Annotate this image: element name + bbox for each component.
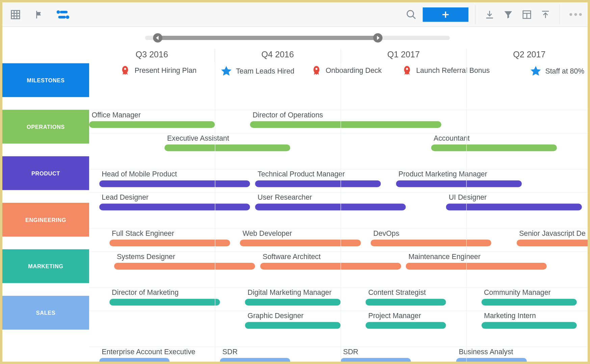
milestone-label: Launch Referral Bonus	[416, 67, 490, 75]
roadmap-bar	[240, 240, 361, 246]
roadmap-item[interactable]: Content Strategist	[366, 289, 446, 306]
roadmap-bar	[255, 180, 381, 187]
milestone-item[interactable]: Launch Referral Bonus	[401, 65, 490, 77]
roadmap-bar	[250, 121, 441, 128]
roadmap-item[interactable]: User Researcher	[255, 194, 406, 211]
roadmap-item-label: Enterprise Account Executive	[102, 348, 170, 356]
roadmap-item[interactable]: Project Manager	[366, 312, 446, 329]
roadmap-bar	[517, 240, 590, 246]
quarter-header: Q1 2017	[340, 49, 466, 63]
roadmap-item[interactable]: Graphic Designer	[245, 312, 341, 329]
flag-icon[interactable]	[32, 7, 47, 22]
time-range-slider[interactable]	[145, 36, 450, 40]
lane-header-milestones[interactable]: MILESTONES	[2, 63, 89, 97]
roadmap-bar	[260, 263, 401, 270]
roadmap-item[interactable]: Maintenance Engineer	[406, 253, 547, 270]
milestone-label: Team Leads Hired	[236, 67, 294, 76]
roadmap-item[interactable]: Marketing Intern	[481, 312, 577, 329]
svg-point-17	[315, 68, 317, 70]
roadmap-item[interactable]: Enterprise Account Executive	[99, 348, 170, 364]
milestone-item[interactable]: Staff at 80%	[529, 65, 584, 78]
roadmap-item[interactable]: Senior Javascript De	[517, 229, 590, 246]
roadmap-item[interactable]: Accountant	[431, 134, 557, 151]
svg-point-5	[56, 10, 60, 13]
roadmap-item-label: Community Manager	[484, 289, 577, 297]
milestone-label: Staff at 80%	[545, 67, 584, 76]
roadmap-item[interactable]: Executive Assistant	[164, 134, 290, 151]
roadmap-item-label: Director of Marketing	[112, 289, 220, 297]
roadmap-item[interactable]: Software Architect	[260, 253, 401, 270]
more-menu-icon[interactable]: •••	[567, 8, 586, 20]
roadmap-item[interactable]: Director of Operations	[250, 111, 441, 128]
roadmap-item[interactable]: Head of Mobile Product	[99, 170, 250, 187]
lane-header-engineering[interactable]: ENGINEERING	[2, 203, 89, 236]
lane-header-marketing[interactable]: MARKETING	[2, 249, 89, 283]
add-button[interactable]	[422, 7, 468, 22]
lane-header-product[interactable]: PRODUCT	[2, 156, 89, 190]
lane-row: Enterprise Account ExecutiveSDRSDRBusine…	[89, 346, 590, 364]
toolbar-separator	[475, 5, 476, 24]
svg-point-7	[66, 15, 69, 19]
svg-rect-6	[60, 10, 68, 13]
roadmap-item[interactable]: Office Manager	[89, 111, 215, 128]
lane-header-operations[interactable]: OPERATIONS	[2, 110, 89, 143]
milestone-item[interactable]: Team Leads Hired	[220, 65, 294, 78]
roadmap-item[interactable]: Web Developer	[240, 229, 361, 246]
roadmap-item[interactable]: Digital Marketing Manager	[245, 289, 341, 306]
quarter-header: Q4 2016	[214, 49, 340, 63]
roadmap-item-label: Senior Javascript De	[519, 229, 590, 238]
grid-line	[340, 49, 341, 364]
toolbar-separator	[559, 5, 560, 24]
milestone-item[interactable]: Onboarding Deck	[310, 65, 382, 77]
roadmap-item[interactable]: SDR	[340, 348, 411, 364]
roadmap-bar	[220, 358, 290, 364]
roadmap-bar	[340, 358, 411, 364]
roadmap-item[interactable]: Director of Marketing	[109, 289, 220, 306]
milestone-label: Onboarding Deck	[326, 67, 382, 75]
svg-rect-8	[58, 16, 66, 18]
roadmap-item[interactable]: DevOps	[371, 229, 491, 246]
roadmap-item-label: Digital Marketing Manager	[248, 289, 340, 297]
roadmap-bar	[456, 358, 527, 364]
roadmap-bar	[245, 322, 341, 329]
slider-handle-right[interactable]	[373, 33, 382, 43]
roadmap-item[interactable]: Business Analyst	[456, 348, 527, 364]
roadmap-bar	[109, 299, 220, 306]
search-icon[interactable]	[404, 7, 418, 22]
milestone-label: Present Hiring Plan	[134, 67, 197, 75]
roadmap-item-label: Director of Operations	[253, 111, 441, 119]
lane-row: Systems DesignerSoftware ArchitectMainte…	[89, 251, 590, 275]
roadmap-item[interactable]: Lead Designer	[99, 194, 250, 211]
download-icon[interactable]	[482, 7, 497, 22]
roadmap-view-icon[interactable]	[56, 7, 70, 22]
grid-line	[215, 49, 215, 364]
roadmap-bar	[99, 358, 170, 364]
roadmap-bar	[366, 322, 446, 329]
roadmap-item-label: Web Developer	[242, 229, 361, 238]
lane-row: Lead DesignerUser ResearcherUI Designer	[89, 192, 590, 216]
roadmap-item-label: Full Stack Engineer	[112, 229, 230, 238]
roadmap-item[interactable]: Product Marketing Manager	[396, 170, 521, 187]
lane-row: Office ManagerDirector of Operations	[89, 110, 590, 133]
roadmap-bar	[255, 204, 406, 211]
filter-icon[interactable]	[501, 7, 515, 22]
roadmap-item[interactable]: SDR	[220, 348, 290, 364]
slider-handle-left[interactable]	[153, 33, 162, 43]
roadmap-item[interactable]: Technical Product Manager	[255, 170, 381, 187]
lane-row: Head of Mobile ProductTechnical Product …	[89, 169, 590, 192]
quarter-header: Q2 2017	[466, 49, 590, 63]
upload-icon[interactable]	[538, 7, 553, 22]
roadmap-item[interactable]: Systems Designer	[114, 253, 255, 270]
roadmap-bar	[366, 299, 446, 306]
roadmap-item-label: Maintenance Engineer	[409, 253, 547, 261]
svg-point-9	[407, 10, 413, 17]
grid-view-icon[interactable]	[8, 7, 23, 22]
roadmap-bar	[481, 299, 577, 306]
roadmap-item[interactable]: Full Stack Engineer	[109, 229, 230, 246]
roadmap-bar	[99, 204, 250, 211]
milestone-item[interactable]: Present Hiring Plan	[119, 65, 197, 77]
roadmap-item[interactable]: Community Manager	[481, 289, 577, 306]
roadmap-item-label: Marketing Intern	[484, 312, 577, 320]
layout-icon[interactable]	[519, 7, 534, 22]
lane-header-sales[interactable]: SALES	[2, 296, 89, 330]
